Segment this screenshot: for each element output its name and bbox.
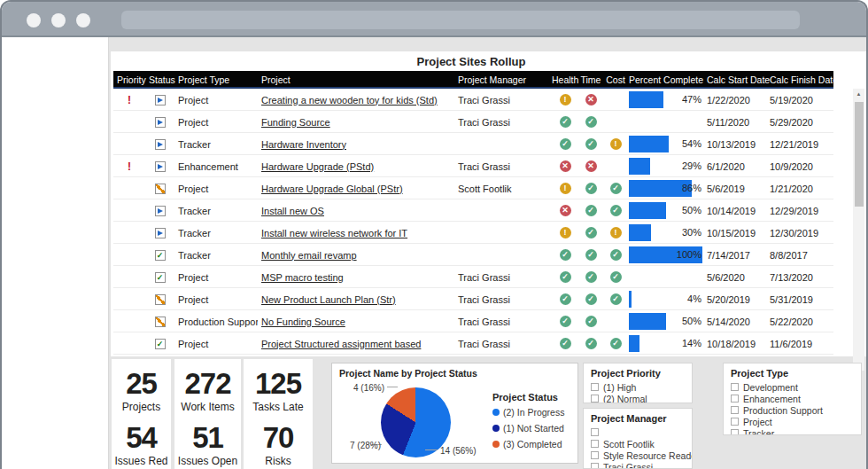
table-row[interactable]: !EnhancementHardware Upgrade (PStd)Traci… — [113, 155, 833, 177]
project-link[interactable]: Project Structured assignment based — [261, 339, 421, 349]
filter-option[interactable]: Scott Footlik — [591, 438, 692, 449]
browser-titlebar — [2, 2, 866, 37]
filter-option[interactable]: Traci Grassi — [591, 461, 692, 469]
time-success-icon: ✓ — [585, 293, 597, 305]
project-link[interactable]: Install new wireless network for IT — [261, 228, 407, 238]
percent-value: 47% — [682, 89, 701, 111]
column-header-health[interactable]: Health — [552, 71, 578, 89]
finish-date-cell: 10/9/2020 — [766, 161, 833, 172]
project-manager-cell: Traci Grassi — [454, 117, 552, 128]
column-header-calc-start-date[interactable]: Calc Start Date — [703, 71, 766, 89]
project-link[interactable]: Hardware Upgrade Global (PStr) — [261, 184, 403, 194]
filter-option[interactable]: Style Resource Readers — [591, 449, 692, 461]
filter-option[interactable]: Development — [731, 381, 861, 393]
percent-value: 29% — [682, 155, 701, 177]
checkbox-icon[interactable] — [591, 395, 599, 403]
status-cell — [145, 138, 174, 150]
project-cell: Funding Source — [258, 117, 454, 128]
pie-chart-card: Project Name by Project Status Project S… — [331, 363, 578, 464]
address-bar[interactable] — [121, 11, 800, 29]
checkbox-icon[interactable] — [591, 383, 599, 391]
window-control-dot[interactable] — [76, 13, 90, 27]
legend-item[interactable]: (2) In Progress — [492, 407, 564, 418]
column-header-calc-finish-date[interactable]: Calc Finish Date — [766, 71, 833, 89]
checkbox-icon[interactable] — [591, 451, 599, 459]
project-cell: Hardware Upgrade Global (PStr) — [258, 184, 454, 194]
filter-option[interactable]: Enhancement — [731, 393, 861, 404]
project-link[interactable]: Install new OS — [261, 206, 324, 216]
time-error-icon: ✕ — [585, 94, 597, 106]
project-link[interactable]: No Funding Source — [261, 317, 345, 327]
checkbox-icon[interactable] — [591, 428, 599, 436]
table-row[interactable]: TrackerInstall new wireless network for … — [113, 222, 833, 244]
scroll-up-icon[interactable]: ▲ — [853, 89, 864, 99]
project-link[interactable]: Hardware Upgrade (PStd) — [261, 161, 374, 172]
project-link[interactable]: Creating a new wooden toy for kids (Std) — [261, 95, 438, 106]
filter-option[interactable]: (1) High — [591, 381, 692, 393]
window-control-dot[interactable] — [27, 13, 41, 27]
project-manager-cell: Scott Footlik — [454, 184, 552, 194]
column-header-time[interactable]: Time — [578, 71, 603, 89]
column-header-priority[interactable]: Priority — [113, 71, 145, 89]
project-link[interactable]: Monthly email revamp — [261, 250, 357, 261]
checkbox-icon[interactable] — [591, 440, 599, 448]
filter-option-label: Scott Footlik — [603, 439, 655, 449]
table-row[interactable]: ProjectProject Structured assignment bas… — [113, 332, 833, 355]
project-type-cell: Project — [174, 272, 258, 283]
filter-option[interactable] — [591, 426, 692, 438]
project-manager-cell: Traci Grassi — [454, 339, 552, 349]
start-date-cell: 10/15/2019 — [703, 228, 766, 238]
table-row[interactable]: TrackerInstall new OS✕✓✓50%10/14/201912/… — [113, 199, 833, 222]
table-scrollbar[interactable]: ▲ ▼ — [853, 89, 864, 371]
table-row[interactable]: ProjectMSP macro testingTraci Grassi✓✓✓5… — [113, 266, 833, 288]
table-body: !ProjectCreating a new wooden toy for ki… — [113, 89, 833, 355]
legend-item[interactable]: (3) Completed — [492, 439, 564, 449]
status-cell — [145, 116, 174, 128]
table-row[interactable]: TrackerMonthly email revamp✓✓✓100%7/14/2… — [113, 244, 833, 266]
project-link[interactable]: New Product Launch Plan (Str) — [261, 294, 396, 305]
table-row[interactable]: Production SupportNo Funding SourceTraci… — [113, 310, 833, 332]
column-header-status[interactable]: Status — [145, 71, 174, 89]
table-row[interactable]: ProjectNew Product Launch Plan (Str)Trac… — [113, 288, 833, 310]
filter-card-project-type: Project TypeDevelopmentEnhancementProduc… — [723, 363, 862, 435]
slice-callout: 14 (56%) — [440, 446, 477, 456]
checkbox-icon[interactable] — [731, 429, 739, 435]
column-header-cost[interactable]: Cost — [603, 71, 628, 89]
filter-option[interactable]: Production Support — [731, 404, 861, 416]
time-cell: ✓ — [578, 116, 603, 129]
priority-cell: ! — [113, 94, 145, 106]
filter-option[interactable]: Tracker — [731, 427, 861, 435]
health-cell: ! — [552, 94, 578, 106]
table-row[interactable]: ProjectHardware Upgrade Global (PStr)Sco… — [113, 177, 833, 199]
status-cell — [145, 227, 174, 238]
table-row[interactable]: ProjectFunding SourceTraci Grassi✓✓5/11/… — [113, 111, 833, 133]
scrollbar-thumb[interactable] — [855, 102, 864, 207]
column-header-project-manager[interactable]: Project Manager — [454, 71, 552, 89]
checkbox-icon[interactable] — [731, 406, 739, 414]
table-row[interactable]: TrackerHardware Inventory✓✓!54%10/13/201… — [113, 133, 833, 155]
health-warning-icon: ! — [560, 227, 571, 238]
status-completed-icon — [155, 272, 166, 283]
legend-item[interactable]: (1) Not Started — [492, 423, 564, 434]
window-control-dot[interactable] — [51, 13, 66, 27]
checkbox-icon[interactable] — [591, 463, 599, 469]
start-date-cell: 10/14/2019 — [703, 206, 766, 216]
project-link[interactable]: Funding Source — [261, 117, 330, 128]
status-cell — [145, 293, 174, 305]
checkbox-icon[interactable] — [731, 383, 739, 391]
project-link[interactable]: MSP macro testing — [261, 272, 344, 283]
column-header-project[interactable]: Project — [258, 71, 454, 89]
time-cell: ✓ — [578, 138, 603, 151]
column-header-project-type[interactable]: Project Type — [174, 71, 258, 89]
checkbox-icon[interactable] — [731, 418, 739, 426]
filter-option[interactable]: (2) Normal — [591, 393, 692, 403]
table-row[interactable]: !ProjectCreating a new wooden toy for ki… — [113, 89, 833, 111]
status-cell — [145, 94, 174, 106]
health-success-icon: ✓ — [560, 138, 571, 150]
legend-dot-icon — [492, 441, 500, 448]
percent-bar — [629, 158, 650, 175]
project-link[interactable]: Hardware Inventory — [261, 139, 346, 150]
column-header-percent-complete[interactable]: Percent Complete — [628, 71, 703, 89]
checkbox-icon[interactable] — [731, 395, 739, 403]
filter-option[interactable]: Project — [731, 416, 861, 427]
